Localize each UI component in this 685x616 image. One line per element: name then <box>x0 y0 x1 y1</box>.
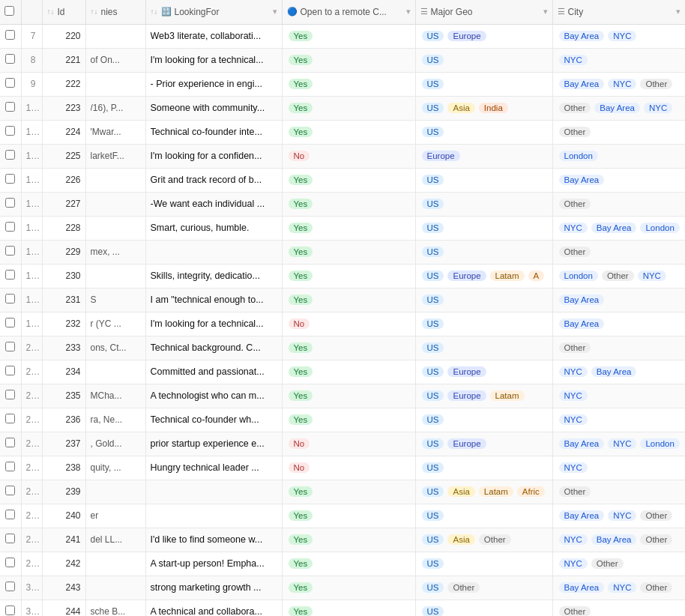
row-checkbox[interactable] <box>5 174 15 184</box>
row-city: NYC <box>552 408 685 432</box>
row-companies <box>85 480 145 504</box>
row-checkbox-cell[interactable] <box>0 240 21 264</box>
row-checkbox[interactable] <box>5 438 15 447</box>
header-col-lookingfor[interactable]: ↑↓🔡LookingFor▾ <box>145 0 282 24</box>
row-checkbox[interactable] <box>5 222 15 232</box>
row-number: 23 <box>21 408 42 432</box>
header-col-id[interactable]: ↑↓Id <box>42 0 85 24</box>
row-open: No <box>282 432 415 456</box>
row-checkbox-cell[interactable] <box>0 456 21 480</box>
row-geo: US <box>415 240 552 264</box>
row-checkbox[interactable] <box>5 534 15 543</box>
tag: NYC <box>559 534 588 545</box>
row-checkbox[interactable] <box>5 126 15 136</box>
tag: Other <box>640 534 672 545</box>
filter-icon[interactable]: ▾ <box>543 7 548 16</box>
row-city: Bay Area <box>552 168 685 192</box>
row-checkbox-cell[interactable] <box>0 336 21 360</box>
row-checkbox[interactable] <box>5 414 15 423</box>
row-geo: US <box>415 552 552 576</box>
row-checkbox-cell[interactable] <box>0 408 21 432</box>
row-open: Yes <box>282 216 415 240</box>
row-checkbox[interactable] <box>5 486 15 495</box>
row-checkbox-cell[interactable] <box>0 312 21 336</box>
tag: US <box>422 462 444 473</box>
header-label: Id <box>58 7 65 17</box>
row-id: 223 <box>42 96 85 120</box>
row-checkbox[interactable] <box>5 558 15 567</box>
header-col-opentoaremotec...[interactable]: 🔵Open to a remote C...▾ <box>282 0 415 24</box>
row-checkbox[interactable] <box>5 366 15 375</box>
row-companies: mex, ... <box>85 240 145 264</box>
row-looking: Someone with community... <box>145 96 282 120</box>
row-checkbox-cell[interactable] <box>0 360 21 384</box>
row-checkbox[interactable] <box>5 78 15 88</box>
row-checkbox[interactable] <box>5 582 15 591</box>
row-open: Yes <box>282 504 415 528</box>
row-checkbox[interactable] <box>5 30 15 40</box>
row-number: 28 <box>21 528 42 552</box>
row-checkbox-cell[interactable] <box>0 96 21 120</box>
tag: Yes <box>289 31 313 41</box>
row-checkbox-cell[interactable] <box>0 528 21 552</box>
row-looking: -We want each individual ... <box>145 192 282 216</box>
table-row: 26239YesUSAsiaLatamAfricOther <box>0 480 685 504</box>
row-checkbox-cell[interactable] <box>0 216 21 240</box>
row-checkbox[interactable] <box>5 606 15 615</box>
row-number: 16 <box>21 240 42 264</box>
row-checkbox-cell[interactable] <box>0 192 21 216</box>
row-checkbox[interactable] <box>5 510 15 519</box>
tag: Latam <box>490 271 525 281</box>
row-number: 9 <box>21 72 42 96</box>
row-checkbox[interactable] <box>5 318 15 327</box>
row-checkbox[interactable] <box>5 54 15 64</box>
row-checkbox-cell[interactable] <box>0 432 21 456</box>
tag: Europe <box>447 271 486 281</box>
header-col-city[interactable]: ☰City▾ <box>552 0 685 24</box>
tag: Europe <box>447 366 486 377</box>
row-geo: USEuropeLatamA <box>415 264 552 288</box>
tag: Latam <box>490 390 525 401</box>
row-checkbox-cell[interactable] <box>0 264 21 288</box>
table-row: 29242A start-up person! Empha...YesUSNYC… <box>0 552 685 576</box>
row-checkbox-cell[interactable] <box>0 576 21 600</box>
tag: Yes <box>289 103 313 113</box>
header-col-majorgeo[interactable]: ☰Major Geo▾ <box>415 0 552 24</box>
row-checkbox-cell[interactable] <box>0 288 21 312</box>
filter-icon[interactable]: ▾ <box>273 7 277 16</box>
row-checkbox-cell[interactable] <box>0 72 21 96</box>
row-checkbox[interactable] <box>5 270 15 280</box>
header-checkbox[interactable] <box>0 0 21 24</box>
row-checkbox[interactable] <box>5 390 15 399</box>
header-col-nies[interactable]: ↑↓nies <box>85 0 145 24</box>
row-checkbox-cell[interactable] <box>0 552 21 576</box>
row-checkbox-cell[interactable] <box>0 144 21 168</box>
tag: NYC <box>559 390 588 401</box>
select-all-checkbox[interactable] <box>4 6 14 16</box>
row-checkbox[interactable] <box>5 462 15 471</box>
row-checkbox[interactable] <box>5 342 15 351</box>
row-checkbox[interactable] <box>5 102 15 112</box>
row-checkbox-cell[interactable] <box>0 120 21 144</box>
row-checkbox-cell[interactable] <box>0 24 21 48</box>
row-geo: US <box>415 288 552 312</box>
row-number: 15 <box>21 216 42 240</box>
row-checkbox[interactable] <box>5 150 15 160</box>
filter-icon[interactable]: ▾ <box>406 7 411 16</box>
row-number: 12 <box>21 144 42 168</box>
row-checkbox-cell[interactable] <box>0 504 21 528</box>
row-checkbox[interactable] <box>5 246 15 256</box>
row-companies: r (YC ... <box>85 312 145 336</box>
row-checkbox[interactable] <box>5 198 15 208</box>
filter-icon[interactable]: ▾ <box>676 7 681 16</box>
row-number: 29 <box>21 552 42 576</box>
row-checkbox[interactable] <box>5 294 15 304</box>
row-checkbox-cell[interactable] <box>0 48 21 72</box>
header-label: Open to a remote C... <box>301 7 387 17</box>
row-checkbox-cell[interactable] <box>0 480 21 504</box>
row-checkbox-cell[interactable] <box>0 384 21 408</box>
row-checkbox-cell[interactable] <box>0 600 21 616</box>
tag: No <box>289 438 310 449</box>
row-number: 14 <box>21 192 42 216</box>
row-checkbox-cell[interactable] <box>0 168 21 192</box>
